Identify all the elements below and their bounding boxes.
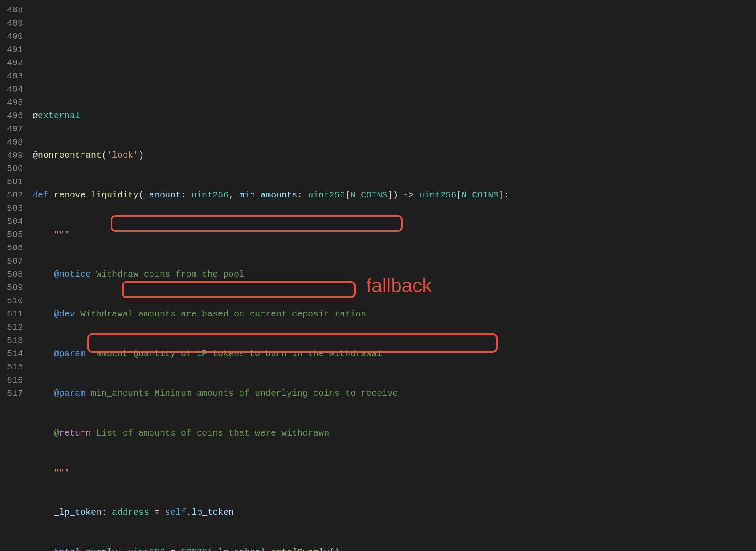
code-line: total_supply: uint256 = ERC20(_lp_token)… — [33, 546, 756, 551]
code-line: @param _amount Quantity of LP tokens to … — [33, 347, 756, 361]
code-line: @param min_amounts Minimum amounts of un… — [33, 387, 756, 400]
line-number: 508 — [4, 268, 23, 281]
line-number: 491 — [4, 43, 23, 56]
code-line: @notice Withdraw coins from the pool — [33, 268, 756, 281]
code-line: @nonreentrant('lock') — [33, 149, 756, 162]
line-number: 498 — [4, 136, 23, 149]
line-number: 515 — [4, 361, 23, 374]
code-editor[interactable]: 488 489 490 491 492 493 494 495 496 497 … — [0, 0, 756, 551]
code-line: """ — [33, 466, 756, 480]
line-number: 502 — [4, 189, 23, 202]
line-number: 507 — [4, 255, 23, 268]
line-number: 504 — [4, 215, 23, 228]
line-number: 503 — [4, 202, 23, 215]
line-number: 506 — [4, 242, 23, 255]
line-number: 513 — [4, 334, 23, 347]
code-line: _lp_token: address = self.lp_token — [33, 506, 756, 519]
code-line: @dev Withdrawal amounts are based on cur… — [33, 308, 756, 321]
line-number: 489 — [4, 17, 23, 30]
line-number: 488 — [4, 4, 23, 17]
line-number: 495 — [4, 96, 23, 109]
code-line: @return List of amounts of coins that we… — [33, 427, 756, 440]
highlight-raw-call — [122, 281, 356, 298]
line-number: 509 — [4, 281, 23, 294]
line-number: 501 — [4, 175, 23, 189]
code-line: """ — [33, 228, 756, 242]
line-number: 517 — [4, 387, 23, 400]
line-number: 514 — [4, 347, 23, 361]
code-line: @external — [33, 109, 756, 123]
line-number: 496 — [4, 109, 23, 123]
code-area[interactable]: fallback @external @nonreentrant('lock')… — [31, 0, 756, 551]
line-number: 512 — [4, 321, 23, 334]
line-number: 500 — [4, 162, 23, 175]
line-number-gutter: 488 489 490 491 492 493 494 495 496 497 … — [0, 0, 31, 551]
line-number: 494 — [4, 83, 23, 96]
line-number: 490 — [4, 30, 23, 43]
line-number: 493 — [4, 70, 23, 83]
line-number: 516 — [4, 374, 23, 387]
line-number: 492 — [4, 56, 23, 70]
line-number: 505 — [4, 228, 23, 242]
line-number: 510 — [4, 294, 23, 308]
line-number: 511 — [4, 308, 23, 321]
line-number: 497 — [4, 123, 23, 136]
line-number: 499 — [4, 149, 23, 162]
code-line: def remove_liquidity(_amount: uint256, m… — [33, 189, 756, 202]
